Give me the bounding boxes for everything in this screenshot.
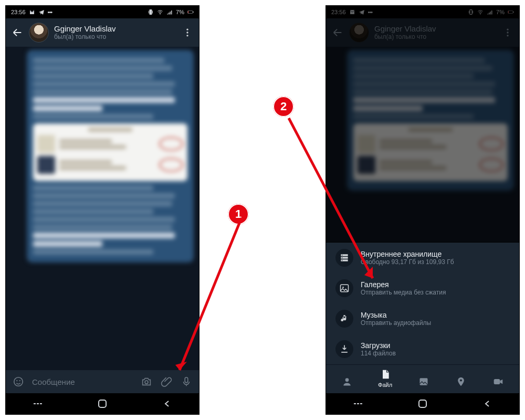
tab-file[interactable]: Файл (378, 368, 392, 388)
svg-point-20 (507, 29, 508, 30)
sheet-item-sub: 114 файлов (361, 350, 396, 357)
svg-point-21 (507, 32, 508, 33)
avatar[interactable] (349, 23, 369, 43)
contact-name: Gginger Vladislav (54, 24, 176, 33)
location-icon (456, 376, 466, 387)
home-button[interactable] (407, 396, 438, 412)
svg-point-9 (19, 380, 20, 381)
svg-line-38 (289, 118, 373, 278)
sheet-item-music[interactable]: Музыка Отправить аудиофайлы (326, 303, 519, 334)
tab-location[interactable] (455, 375, 467, 388)
android-nav-bar (6, 393, 199, 414)
emoji-button[interactable] (12, 375, 25, 388)
sheet-item-sub: Отправить медиа без сжатия (361, 289, 446, 296)
svg-rect-29 (419, 378, 427, 385)
mail-icon (29, 9, 35, 15)
vibrate-icon (468, 9, 474, 15)
contact-status: был(а) только что (54, 34, 176, 41)
svg-rect-2 (188, 11, 188, 13)
battery-icon (187, 9, 194, 15)
more-vertical-icon (182, 27, 193, 38)
camera-button[interactable] (140, 375, 153, 388)
recents-button[interactable] (22, 396, 54, 412)
svg-point-4 (186, 29, 188, 30)
smile-icon (13, 376, 24, 387)
telegram-icon (359, 9, 365, 15)
header-text[interactable]: Gginger Vladislav был(а) только что (54, 24, 176, 40)
telegram-icon (38, 9, 45, 15)
status-time: 23:56 (11, 9, 26, 15)
svg-point-7 (14, 377, 23, 386)
wifi-icon (157, 9, 163, 15)
android-nav-bar (326, 393, 519, 414)
signal-icon (487, 9, 493, 15)
svg-point-10 (145, 381, 148, 384)
chevron-left-icon (484, 400, 491, 407)
back-nav-button[interactable] (151, 396, 183, 412)
sheet-item-title: Музыка (361, 311, 431, 319)
wifi-icon (477, 9, 484, 15)
recents-icon (33, 401, 43, 407)
svg-point-30 (460, 379, 462, 381)
contact-status: был(а) только что (374, 34, 496, 41)
svg-rect-31 (494, 379, 500, 384)
more-vertical-icon (502, 27, 513, 38)
recents-button[interactable] (342, 396, 374, 412)
battery-percent: 7% (176, 9, 184, 15)
chat-header: Gginger Vladislav был(а) только что (6, 18, 199, 47)
status-bar: 23:56 ••• 7% (6, 6, 199, 18)
arrow-left-icon (12, 27, 23, 38)
svg-point-28 (345, 378, 349, 382)
status-bar: 23:56 ••• 7% (326, 6, 519, 18)
tab-video-message[interactable] (492, 375, 505, 388)
vibrate-icon (148, 9, 154, 15)
message-input[interactable]: Сообщение (32, 377, 133, 386)
svg-rect-3 (193, 12, 194, 13)
contact-name: Gginger Vladislav (374, 24, 496, 33)
more-options-button[interactable] (181, 26, 194, 39)
music-icon (339, 313, 350, 324)
recents-icon (353, 401, 363, 407)
svg-rect-19 (513, 12, 514, 13)
annotation-arrow-1 (168, 207, 252, 381)
back-button[interactable] (11, 26, 24, 39)
more-status-icon: ••• (368, 9, 373, 15)
avatar[interactable] (29, 23, 49, 43)
annotation-arrow-2 (278, 110, 388, 289)
tab-gallery[interactable] (417, 375, 430, 388)
back-nav-button[interactable] (471, 396, 503, 412)
svg-rect-15 (99, 400, 106, 407)
battery-icon (508, 9, 514, 15)
status-time: 23:56 (331, 9, 346, 15)
file-icon (380, 369, 391, 380)
signal-icon (166, 9, 173, 15)
tab-contact[interactable] (341, 375, 353, 388)
svg-line-36 (180, 218, 242, 370)
tab-file-label: Файл (378, 382, 392, 388)
sheet-item-downloads[interactable]: Загрузки 114 файлов (326, 334, 519, 364)
header-text[interactable]: Gginger Vladislav был(а) только что (374, 24, 496, 40)
svg-point-8 (16, 380, 17, 381)
svg-rect-35 (419, 400, 426, 407)
download-icon (339, 344, 350, 354)
svg-point-0 (160, 14, 161, 15)
svg-point-16 (480, 14, 481, 15)
home-button[interactable] (87, 396, 118, 412)
home-icon (98, 399, 107, 408)
svg-point-6 (186, 35, 188, 36)
more-options-button[interactable] (501, 26, 514, 39)
camera-icon (141, 376, 152, 387)
chat-header: Gginger Vladislav был(а) только что (326, 18, 519, 47)
more-status-icon: ••• (48, 9, 52, 15)
battery-percent: 7% (496, 9, 505, 15)
attach-tabs: Файл (326, 364, 519, 393)
home-icon (418, 399, 427, 408)
arrow-left-icon (332, 27, 343, 38)
chevron-left-icon (163, 400, 171, 407)
gallery-icon (418, 376, 429, 387)
svg-rect-18 (508, 11, 509, 13)
back-button[interactable] (331, 26, 344, 39)
mail-icon (349, 9, 355, 15)
person-icon (342, 376, 352, 387)
svg-point-22 (507, 35, 508, 36)
